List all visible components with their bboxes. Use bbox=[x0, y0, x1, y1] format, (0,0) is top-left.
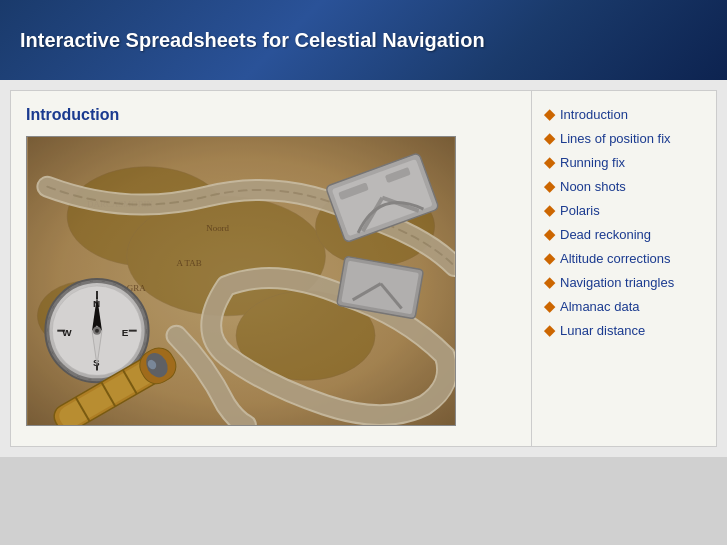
nav-list-item: ◆Navigation triangles bbox=[544, 274, 704, 290]
nav-list-item: ◆Altitude corrections bbox=[544, 250, 704, 266]
nav-list-item: ◆Lunar distance bbox=[544, 322, 704, 338]
nav-bullet-icon: ◆ bbox=[544, 322, 555, 338]
nav-bullet-icon: ◆ bbox=[544, 130, 555, 146]
page-header: Interactive Spreadsheets for Celestial N… bbox=[0, 0, 727, 80]
nav-link-introduction[interactable]: Introduction bbox=[560, 107, 628, 122]
nav-link-dead-reckoning[interactable]: Dead reckoning bbox=[560, 227, 651, 242]
right-sidebar: ◆Introduction◆Lines of position fix◆Runn… bbox=[532, 90, 717, 447]
nav-list-item: ◆Lines of position fix bbox=[544, 130, 704, 146]
nav-bullet-icon: ◆ bbox=[544, 106, 555, 122]
left-panel: Introduction bbox=[10, 90, 532, 447]
section-heading: Introduction bbox=[26, 106, 516, 124]
nav-link-lines-of-position-fix[interactable]: Lines of position fix bbox=[560, 131, 671, 146]
nav-list-item: ◆Polaris bbox=[544, 202, 704, 218]
page-title: Interactive Spreadsheets for Celestial N… bbox=[20, 29, 485, 52]
hero-image: DARCASMORIN A TAB HICA AC GRA Noord bbox=[26, 136, 456, 426]
nav-list-item: ◆Dead reckoning bbox=[544, 226, 704, 242]
nav-link-polaris[interactable]: Polaris bbox=[560, 203, 600, 218]
nav-link-running-fix[interactable]: Running fix bbox=[560, 155, 625, 170]
nav-bullet-icon: ◆ bbox=[544, 226, 555, 242]
main-content: Introduction bbox=[0, 80, 727, 457]
nav-bullet-icon: ◆ bbox=[544, 298, 555, 314]
svg-rect-46 bbox=[27, 137, 454, 425]
nav-link-navigation-triangles[interactable]: Navigation triangles bbox=[560, 275, 674, 290]
nav-link-noon-shots[interactable]: Noon shots bbox=[560, 179, 626, 194]
nav-list-item: ◆Introduction bbox=[544, 106, 704, 122]
nav-bullet-icon: ◆ bbox=[544, 250, 555, 266]
nav-bullet-icon: ◆ bbox=[544, 274, 555, 290]
nav-link-lunar-distance[interactable]: Lunar distance bbox=[560, 323, 645, 338]
nav-bullet-icon: ◆ bbox=[544, 202, 555, 218]
nav-bullet-icon: ◆ bbox=[544, 154, 555, 170]
nav-list-item: ◆Noon shots bbox=[544, 178, 704, 194]
nav-bullet-icon: ◆ bbox=[544, 178, 555, 194]
navigation-list: ◆Introduction◆Lines of position fix◆Runn… bbox=[544, 106, 704, 338]
nav-link-almanac-data[interactable]: Almanac data bbox=[560, 299, 640, 314]
nav-list-item: ◆Almanac data bbox=[544, 298, 704, 314]
nav-list-item: ◆Running fix bbox=[544, 154, 704, 170]
nav-link-altitude-corrections[interactable]: Altitude corrections bbox=[560, 251, 671, 266]
